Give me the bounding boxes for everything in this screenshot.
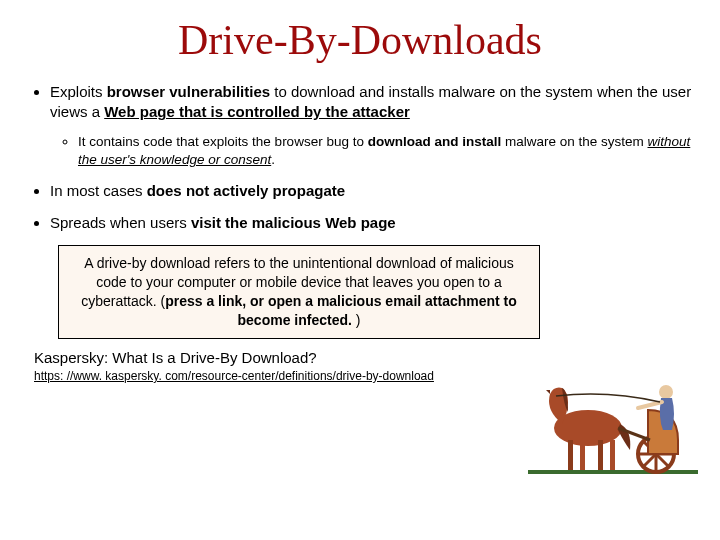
bullet-3: Spreads when users visit the malicious W… (50, 213, 692, 233)
text: malware on the system (501, 134, 647, 149)
svg-point-7 (659, 385, 673, 399)
bullet-1: Exploits browser vulnerabilities to down… (50, 82, 692, 169)
bullet-list: Exploits browser vulnerabilities to down… (28, 82, 692, 233)
callout-box: A drive-by download refers to the uninte… (58, 245, 540, 339)
text-bold: visit the malicious Web page (191, 214, 396, 231)
sub-list: It contains code that exploits the brows… (50, 133, 692, 169)
text: In most cases (50, 182, 147, 199)
svg-rect-12 (610, 440, 615, 470)
text-bold: browser vulnerabilities (107, 83, 270, 100)
text: Exploits (50, 83, 107, 100)
sub-bullet-1: It contains code that exploits the brows… (78, 133, 692, 169)
callout-bold: press a link, or open a malicious email … (165, 293, 517, 328)
svg-rect-11 (598, 440, 603, 470)
chariot-illustration (528, 350, 698, 480)
text-bold-underline: Web page that is controlled by the attac… (104, 103, 410, 120)
svg-rect-10 (580, 440, 585, 470)
slide-title: Drive-By-Downloads (28, 16, 692, 64)
bullet-2: In most cases does not actively propagat… (50, 181, 692, 201)
text: . (271, 152, 275, 167)
text-bold: does not actively propagate (147, 182, 345, 199)
text: Spreads when users (50, 214, 191, 231)
svg-rect-9 (568, 440, 573, 470)
reference-link[interactable]: https: //www. kaspersky. com/resource-ce… (34, 369, 434, 383)
slide: Drive-By-Downloads Exploits browser vuln… (0, 0, 720, 540)
svg-rect-0 (528, 470, 698, 474)
text-bold: download and install (368, 134, 502, 149)
text: It contains code that exploits the brows… (78, 134, 368, 149)
callout-text: ) (352, 312, 361, 328)
